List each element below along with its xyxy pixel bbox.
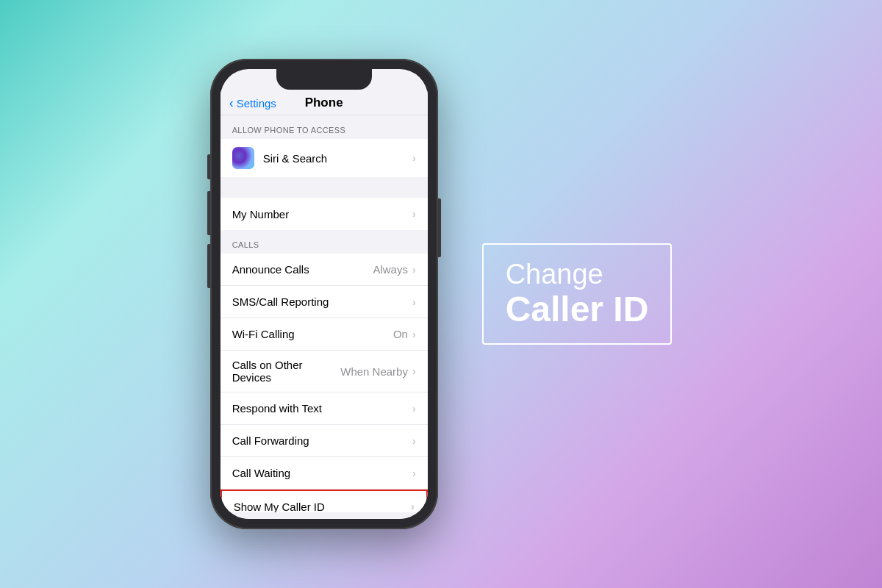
phone-button-power [438,198,441,257]
list-item-my-number[interactable]: My Number › [220,198,428,230]
sms-reporting-label: SMS/Call Reporting [232,295,412,308]
siri-icon [232,147,254,169]
settings-group-mynumber: My Number › [220,198,428,230]
phone-device: ‹ Settings Phone ALLOW PHONE TO ACCESS [210,59,438,529]
list-item-announce-calls[interactable]: Announce Calls Always › [220,254,428,286]
chevron-right-icon-10: › [411,501,415,512]
announce-calls-label: Announce Calls [232,263,373,276]
siri-search-label: Siri & Search [263,152,412,165]
screen-title: Phone [305,96,343,110]
separator-1 [220,177,428,198]
chevron-right-icon-9: › [412,467,416,479]
phone-button-volume-up [207,191,210,235]
list-item-siri-search[interactable]: Siri & Search › [220,139,428,177]
phone-notch [276,69,372,90]
list-item-sms-reporting[interactable]: SMS/Call Reporting › [220,286,428,318]
chevron-right-icon-7: › [412,403,416,415]
settings-group-calls: Announce Calls Always › SMS/Call Reporti… [220,254,428,512]
chevron-right-icon-2: › [412,208,416,220]
call-forwarding-label: Call Forwarding [232,434,412,447]
wifi-calling-label: Wi-Fi Calling [232,328,393,340]
back-label: Settings [237,97,276,110]
chevron-right-icon-8: › [412,435,416,447]
right-panel: Change Caller ID [482,243,673,345]
list-item-call-waiting[interactable]: Call Waiting › [220,457,428,490]
callout-line1: Change [506,259,649,290]
phone-button-volume-down [207,244,210,288]
callout-box: Change Caller ID [482,243,673,345]
phone-button-mute [207,154,210,179]
back-chevron-icon: ‹ [229,96,234,110]
back-button[interactable]: ‹ Settings [229,96,276,110]
screen-header: ‹ Settings Phone [220,90,428,115]
calls-other-devices-label: Calls on Other Devices [232,359,341,384]
section-header-allow: ALLOW PHONE TO ACCESS [220,115,428,139]
call-waiting-label: Call Waiting [232,467,412,479]
show-caller-id-label: Show My Caller ID [234,501,411,513]
announce-calls-value: Always [373,263,408,276]
settings-list: ALLOW PHONE TO ACCESS Siri & Search › [220,115,428,512]
list-item-wifi-calling[interactable]: Wi-Fi Calling On › [220,318,428,351]
calls-other-devices-value: When Nearby [340,365,408,378]
siri-icon-bg [232,147,254,169]
chevron-right-icon-3: › [412,264,416,276]
chevron-right-icon-5: › [412,329,416,340]
list-item-call-forwarding[interactable]: Call Forwarding › [220,425,428,457]
list-item-calls-other-devices[interactable]: Calls on Other Devices When Nearby › [220,351,428,392]
chevron-right-icon-4: › [412,296,416,308]
list-item-show-caller-id[interactable]: Show My Caller ID › [220,490,428,512]
chevron-right-icon-6: › [412,365,416,377]
respond-text-label: Respond with Text [232,402,412,415]
screen-content: ‹ Settings Phone ALLOW PHONE TO ACCESS [220,90,428,519]
chevron-right-icon: › [412,152,416,164]
my-number-label: My Number [232,208,412,220]
scene: ‹ Settings Phone ALLOW PHONE TO ACCESS [0,0,882,588]
section-header-calls: CALLS [220,230,428,254]
list-item-respond-text[interactable]: Respond with Text › [220,392,428,425]
phone-screen: ‹ Settings Phone ALLOW PHONE TO ACCESS [220,69,428,519]
wifi-calling-value: On [393,328,408,340]
settings-group-allow: Siri & Search › [220,139,428,177]
phone-body: ‹ Settings Phone ALLOW PHONE TO ACCESS [210,59,438,529]
callout-line2: Caller ID [506,290,649,329]
